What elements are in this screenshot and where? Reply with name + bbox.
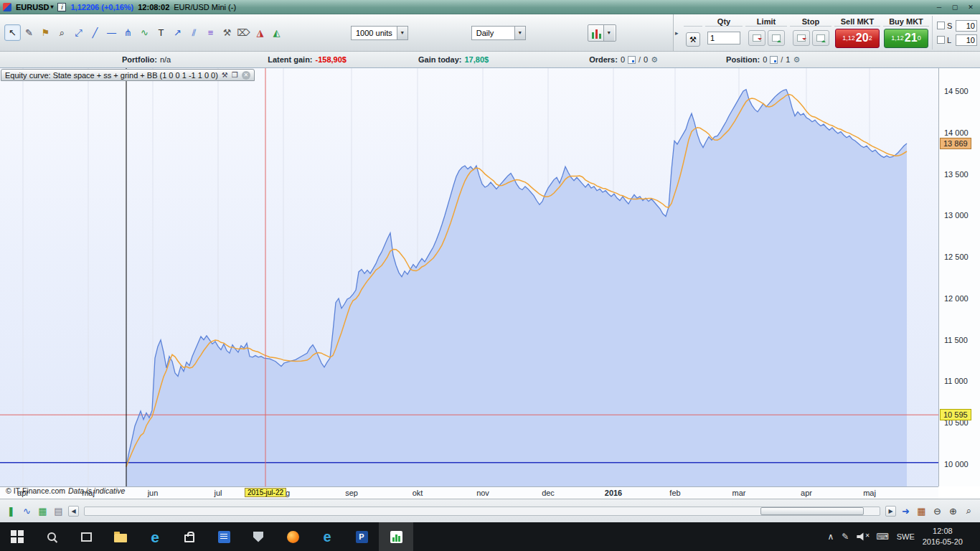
orders-count: 0 [621,55,625,64]
keyboard-icon[interactable]: ⌨ [876,532,888,542]
channel-tool[interactable]: ⫽ [186,24,202,41]
pattern-bearish-tool[interactable]: ◮ [252,24,268,41]
chart-scrollbar[interactable] [84,507,880,516]
layout-icon[interactable]: ▤ [52,504,65,518]
chevron-down-icon[interactable]: ▾ [603,25,614,41]
store-icon-button[interactable] [172,522,207,551]
qty-input[interactable] [707,32,740,44]
extended-line-tool[interactable]: ⤢ [70,24,87,41]
chart-area[interactable]: Equity curve: State space + ss + grind +… [0,68,980,499]
stop-value-input[interactable] [956,20,977,32]
orders-list-icon[interactable] [628,56,636,64]
units-select[interactable]: 1000 units ▾ [351,26,408,40]
limit-value-input[interactable] [956,34,977,46]
zoom-in-icon[interactable]: ⊕ [946,504,960,518]
equity-area-fill [126,90,907,486]
prorealtime-icon-button[interactable]: P [344,522,379,551]
clone-window-icon[interactable]: ❐ [232,71,238,79]
blue-app-icon-button[interactable] [207,522,241,551]
x-axis-label: okt [413,489,423,497]
y-axis-label: 10 000 [944,460,969,468]
symbol-selector[interactable]: EURUSD ▾ [16,3,53,11]
level-value-marker: 10 595 [940,409,971,420]
defender-shield-icon-button[interactable] [241,522,275,551]
limit-sell-button[interactable] [748,30,765,46]
orders-gear-icon[interactable]: ⚙ [651,55,658,65]
pointer-tool[interactable]: ↖ [4,24,21,41]
search-icon [47,532,56,541]
chevron-down-icon[interactable]: ▾ [397,27,407,39]
calendar-icon[interactable]: ▦ [915,504,928,518]
chart-plot[interactable] [0,68,938,486]
scroll-left-button[interactable]: ◀ [68,506,79,517]
wrench-icon[interactable]: ⚒ [222,71,228,79]
pointer-mode-icon[interactable]: ➜ [899,504,913,518]
alarm-tool[interactable]: ⚑ [37,24,54,41]
sell-market-button[interactable]: 1,12202 [835,29,880,48]
x-axis-label: mar [732,489,746,497]
text-tool[interactable]: T [153,24,169,41]
horizontal-line-tool[interactable]: — [103,24,120,41]
arrow-tool[interactable]: ↗ [169,24,186,41]
pitchfork-tool[interactable]: ⋔ [120,24,136,41]
volume-muted-icon[interactable] [857,532,868,541]
instrument-name: EUR/USD Mini (-) [174,3,236,11]
x-axis-label: maj [863,489,876,497]
firefox-icon-button[interactable] [275,522,310,551]
indicator-tab[interactable]: Equity curve: State space + ss + grind +… [1,69,255,81]
maximize-button[interactable]: ▢ [948,2,961,12]
stop-checkbox[interactable] [937,22,945,29]
y-axis-label: 11 500 [944,336,968,344]
position-list-icon[interactable] [770,56,778,64]
time-axis[interactable]: aprmajjunjulaugsepoktnovdec2016febmarapr… [0,486,938,499]
scrollbar-thumb[interactable] [760,507,864,515]
x-axis-label: nov [476,489,489,497]
stop-sell-button[interactable] [793,30,810,46]
panel-expander-icon[interactable]: ▸ [675,29,681,37]
line-view-icon[interactable]: ∿ [20,504,34,518]
fibonacci-tool[interactable]: ≡ [202,24,219,41]
close-icon[interactable]: ✕ [242,71,250,80]
stop-buy-button[interactable] [812,30,829,46]
portfolio-value: n/a [160,55,171,64]
start-button[interactable] [0,522,34,551]
snapshot-icon[interactable]: ▦ [36,504,50,518]
buy-market-button[interactable]: 1,12210 [884,29,928,48]
info-icon[interactable]: i [57,3,66,11]
scroll-right-button[interactable]: ▶ [885,506,896,517]
settings-tools-icon[interactable]: ⚒ [219,24,235,41]
y-axis-label: 14 000 [944,128,969,137]
pen-icon[interactable]: ✎ [842,532,849,542]
timeframe-select[interactable]: Daily ▾ [471,26,526,40]
delete-tool[interactable]: ⌦ [235,24,252,41]
edge-icon-button[interactable]: e [138,522,172,551]
minimize-button[interactable]: ─ [933,2,946,12]
zigzag-indicator-tool[interactable]: ∿ [136,24,153,41]
candlestick-view-icon[interactable]: ❚ [4,504,18,518]
window-titlebar: EURUSD ▾ i 1,12206 (+0,16%) 12:08:02 EUR… [0,0,980,14]
search-button[interactable] [34,522,69,551]
slash-separator: / [639,55,641,64]
draw-pencil-tool[interactable]: ✎ [21,24,37,41]
search-icon[interactable]: ⌕ [962,504,976,518]
chart-style-button[interactable]: ▾ [588,24,616,42]
taskbar-clock[interactable]: 12:08 2016-05-20 [923,526,963,547]
chevron-up-icon[interactable]: ∧ [827,532,834,542]
internet-explorer-icon: e [323,529,331,544]
zoom-out-icon[interactable]: ⊖ [930,504,944,518]
file-explorer-icon-button[interactable] [103,522,138,551]
trendline-tool[interactable]: ╱ [87,24,103,41]
chevron-down-icon[interactable]: ▾ [514,27,525,39]
position-gear-icon[interactable]: ⚙ [793,55,800,65]
order-settings-button[interactable]: ⚒ [686,32,700,47]
price-axis[interactable]: 14 50014 00013 50013 00012 50012 00011 5… [938,68,980,486]
close-button[interactable]: ✕ [964,2,977,12]
limit-buy-button[interactable] [768,30,785,46]
limit-checkbox[interactable] [937,36,945,44]
zoom-tool[interactable]: ⌕ [54,24,70,41]
task-view-button[interactable] [69,522,103,551]
pattern-bullish-tool[interactable]: ◭ [268,24,285,41]
trading-chart-app-icon-button[interactable] [379,522,413,551]
internet-explorer-icon-button[interactable]: e [310,522,344,551]
language-indicator[interactable]: SWE [897,532,915,541]
